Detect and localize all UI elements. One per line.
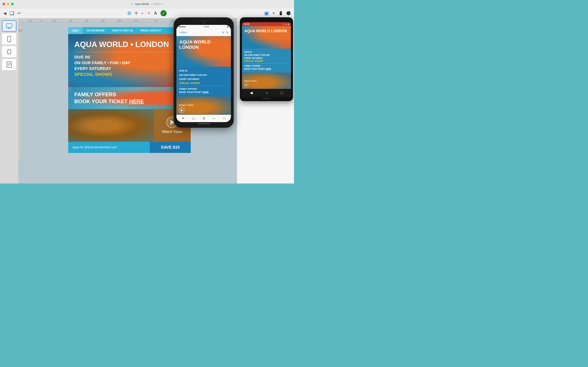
phone-offers-link[interactable]: HERE: [202, 91, 209, 93]
phone-play-triangle: [181, 109, 183, 111]
android-home-indicator: [262, 98, 270, 99]
phone-nav-up[interactable]: ∧: [222, 30, 224, 34]
android-recent-icon[interactable]: □: [281, 91, 283, 95]
phone-offers-line2: BOOK YOUR TICKET HERE: [179, 91, 228, 94]
offers-link[interactable]: HERE: [129, 98, 144, 104]
android-dive: DIVE IN: [244, 50, 288, 54]
signal-dot-2: [180, 26, 181, 27]
close-button[interactable]: [2, 3, 5, 5]
hero-title: AQUA WORLD • LONDON: [74, 40, 185, 49]
edited-label: — Edited: [150, 2, 161, 6]
phone-trash-icon[interactable]: 🗑: [202, 117, 206, 120]
android-video-label: Watch Video: [244, 80, 257, 82]
email-nav: AQUA ON FACEBOOK HOW TO VISIT US PRESS C…: [68, 27, 191, 34]
phone-back-btn[interactable]: ‹ Inbox: [179, 31, 187, 34]
android-body-section: DIVE IN ON OUR FAMILY FUN DAY EVERY SATU…: [242, 49, 291, 73]
android-offers-link[interactable]: HERE: [265, 68, 271, 70]
offers-text: FAMILY OFFERS BOOK YOUR TICKET HERE: [74, 91, 185, 105]
android-divider: [244, 63, 288, 63]
android-back-icon[interactable]: ◀: [250, 91, 253, 95]
hero-line2: ON OUR FAMILY • FUN • DAY: [74, 60, 185, 66]
corner-icon[interactable]: ⌐: [141, 11, 144, 16]
font-icon[interactable]: A: [154, 11, 157, 16]
android-top: [242, 19, 291, 21]
phone-icon[interactable]: 📱: [278, 11, 283, 16]
nav-press[interactable]: PRESS CONTACT: [137, 27, 165, 34]
phone-reply-icon[interactable]: ↩: [213, 117, 216, 120]
phone-home-bar[interactable]: [198, 123, 210, 124]
phone-camera-area: [203, 22, 205, 24]
android-video: Watch Video: [242, 73, 291, 89]
phone-speaker: [199, 20, 209, 21]
phone-compose-icon[interactable]: ✏: [223, 117, 226, 120]
back-icon[interactable]: ◀: [3, 11, 6, 16]
email-hero: AQUA WORLD • LONDON DIVE IN! ON OUR FAMI…: [68, 34, 191, 87]
left-sidebar: [0, 18, 18, 184]
phone-folder-icon[interactable]: 🗂: [192, 117, 195, 120]
android-camera: [266, 19, 267, 21]
android-status-icons: ✦ ▲ ▮: [283, 23, 289, 25]
move-icon[interactable]: ✛: [134, 11, 138, 16]
title-dropdown-icon[interactable]: ▾: [162, 3, 163, 5]
check-icon[interactable]: ✓: [160, 10, 167, 16]
android-offers-line2: BOOK YOUR TICKET HERE: [244, 67, 288, 71]
phone-time: 12:34: [204, 26, 209, 28]
android-special: SPECIAL SHOWS: [244, 60, 288, 62]
magic-icon[interactable]: ✦: [272, 11, 275, 16]
window-title: 📧 Aqua World — Edited ▾: [131, 2, 163, 6]
android-saturday: EVERY SATURDAY: [244, 57, 288, 60]
hero-special: SPECIAL SHOWS: [74, 71, 185, 78]
signal-dots: [179, 26, 186, 27]
toolbar-center: ⊞ ✛ ⌐ ✦ A ✓: [127, 10, 167, 16]
phone-video-content: Watch Video: [179, 104, 194, 113]
signal-dot-4: [183, 26, 184, 27]
email-video: Watch Video: [68, 109, 191, 142]
footer-save-btn[interactable]: SAVE $10: [150, 142, 191, 153]
phone-nav-down[interactable]: ∨: [226, 30, 228, 34]
phone-video-label: Watch Video: [179, 104, 194, 107]
dark-mode-icon[interactable]: 🌑: [286, 11, 291, 16]
phone-offers: FAMILY OFFERS BOOK YOUR TICKET HERE: [179, 87, 228, 94]
phone-body-family: ON OUR FAMILY FUN DAY: [179, 73, 228, 77]
android-status-bar: 12:20 ✦ ▲ ▮: [242, 22, 291, 26]
phone-device-btn[interactable]: [2, 33, 16, 44]
grid-icon[interactable]: ⊞: [127, 11, 131, 16]
phone-email-header: ‹ Inbox ∧ ∨: [176, 29, 231, 36]
android-home-icon[interactable]: ○: [266, 91, 268, 95]
phone-play-btn[interactable]: [179, 108, 185, 113]
iphone-screen: 12:34 ▮ ‹ Inbox ∧ ∨ AQUA WORLD LONDON: [176, 25, 231, 122]
android-time: 12:20: [244, 23, 249, 25]
nav-aqua[interactable]: AQUA: [68, 27, 83, 34]
footer-left-text: Apply for @QUà Membership Card: [68, 142, 150, 153]
watch-device-btn[interactable]: [2, 46, 16, 57]
phone-hero-title: AQUA WORLD LONDON: [179, 39, 228, 50]
nav-facebook[interactable]: ON FACEBOOK: [83, 27, 108, 34]
preview-icon[interactable]: ▣: [264, 10, 269, 16]
colors-icon[interactable]: ✦: [147, 11, 151, 16]
maximize-button[interactable]: [11, 3, 14, 5]
android-play-btn[interactable]: [244, 83, 249, 87]
titlebar: 📧 Aqua World — Edited ▾: [0, 0, 294, 8]
nav-visit[interactable]: HOW TO VISIT US: [108, 27, 137, 34]
android-screen: 12:20 ✦ ▲ ▮ AQUA WORLD LONDON DIVE IN ON…: [242, 22, 291, 97]
vertical-ruler: 100 200 300 400 500 600: [18, 22, 22, 158]
email-offers: FAMILY OFFERS BOOK YOUR TICKET HERE: [68, 87, 191, 109]
copy-icon[interactable]: ❏: [9, 10, 14, 16]
desktop-device-btn[interactable]: [2, 20, 16, 32]
email-footer: Apply for @QUà Membership Card SAVE $10: [68, 142, 191, 153]
iphone-top: [176, 20, 231, 24]
undo-icon[interactable]: ↩: [17, 11, 21, 16]
android-mockup: 12:20 ✦ ▲ ▮ AQUA WORLD LONDON DIVE IN ON…: [240, 17, 293, 101]
offers-line2: BOOK YOUR TICKET HERE: [74, 98, 185, 105]
resize-handle-left[interactable]: [68, 87, 71, 93]
phone-flag-icon[interactable]: ⚑: [182, 117, 185, 120]
android-body: 12:20 ✦ ▲ ▮ AQUA WORLD LONDON DIVE IN ON…: [240, 17, 293, 101]
phone-status-bar: 12:34 ▮: [176, 25, 231, 29]
document-device-btn[interactable]: [2, 59, 16, 70]
phone-inbox-label: Inbox: [180, 31, 187, 34]
svg-rect-11: [7, 62, 11, 67]
iphone-body: 12:34 ▮ ‹ Inbox ∧ ∨ AQUA WORLD LONDON: [173, 17, 234, 128]
phone-hero: AQUA WORLD LONDON: [176, 36, 231, 67]
email-template: AQUA ON FACEBOOK HOW TO VISIT US PRESS C…: [68, 27, 191, 153]
minimize-button[interactable]: [7, 3, 9, 5]
